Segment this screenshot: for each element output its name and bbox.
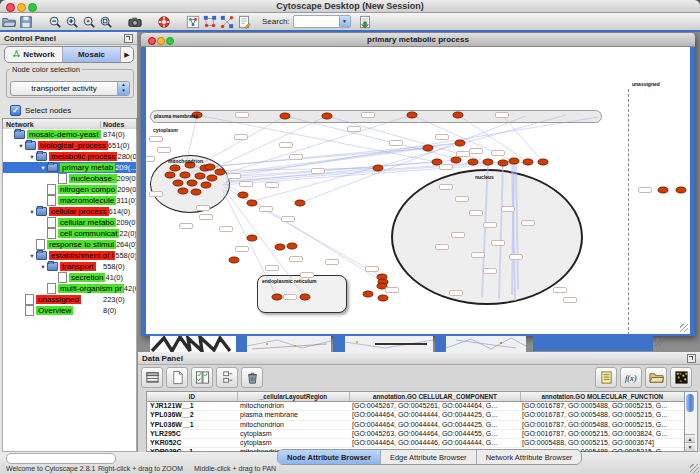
tab-network[interactable]: Network [5, 47, 63, 62]
search-dropdown-icon[interactable]: ▼ [339, 16, 350, 27]
graph-node[interactable] [275, 244, 286, 251]
graph-node[interactable] [455, 140, 466, 147]
graph-node[interactable] [238, 192, 249, 199]
tree-row[interactable]: ▼metabolic process280(0) [3, 151, 136, 162]
network-view-window[interactable]: primary metabolic process plasma membran… [141, 33, 695, 336]
graph-node[interactable] [272, 294, 283, 301]
zoom-selected-icon[interactable] [80, 14, 97, 29]
unselect-attributes-icon[interactable] [216, 367, 238, 388]
column-header[interactable]: annotation.GO MOLECULAR_FUNCTION [521, 392, 685, 401]
save-session-icon[interactable] [17, 14, 34, 29]
import-network-icon[interactable] [357, 14, 374, 29]
tree-row[interactable]: ▼establishment of l558(0) [3, 250, 136, 261]
tree-row[interactable]: ▼transport558(0) [3, 261, 136, 272]
graph-node[interactable] [363, 291, 374, 298]
zoom-in-icon[interactable] [63, 14, 80, 29]
background-window-thumbnail[interactable] [150, 336, 236, 352]
graph-node[interactable] [195, 173, 206, 180]
graph-node[interactable] [215, 169, 226, 176]
delete-attribute-icon[interactable] [241, 367, 263, 388]
node-color-select[interactable]: transporter activity ▲▼ [10, 81, 130, 96]
select-attributes-icon[interactable] [191, 367, 213, 388]
network-overview-icon[interactable] [184, 14, 201, 29]
new-attribute-icon[interactable] [166, 367, 188, 388]
tab-mosaic[interactable]: Mosaic [63, 47, 120, 62]
tree-expand-icon[interactable]: ▼ [39, 264, 47, 270]
background-window-strip[interactable] [247, 336, 331, 352]
float-panel-icon[interactable] [687, 354, 696, 363]
select-nodes-checkbox[interactable]: ✓ [10, 105, 21, 116]
tree-expand-icon[interactable]: ▼ [28, 154, 36, 160]
tree-row[interactable]: Overview8(0) [3, 305, 136, 316]
table-row[interactable]: YPL036W__1mitochondrion[GO:0044464, GO:0… [147, 421, 685, 430]
graph-node[interactable] [295, 200, 306, 207]
tab-network-attribute-browser[interactable]: Network Attribute Browser [477, 450, 582, 464]
tree-row[interactable]: mosaic-demo-yeast874(0) [3, 129, 136, 140]
tree-row[interactable]: multi-organism pr42(0) [3, 283, 136, 294]
column-header[interactable]: _cellularLayoutRegion [238, 392, 351, 401]
graph-node[interactable] [322, 113, 333, 120]
graph-node[interactable] [373, 165, 384, 172]
open-file-icon[interactable] [0, 14, 17, 29]
combo-stepper-icon[interactable]: ▲▼ [117, 82, 129, 95]
search-input[interactable]: ▼ [293, 15, 351, 28]
graph-node[interactable] [178, 188, 189, 195]
annotation-icon[interactable] [235, 14, 252, 29]
app-resize-grip[interactable] [690, 464, 699, 473]
function-builder-icon[interactable]: f(x) [620, 367, 642, 388]
graph-node[interactable] [205, 164, 216, 171]
graph-node[interactable] [173, 180, 184, 187]
window-resize-grip[interactable] [680, 324, 688, 332]
zoom-out-icon[interactable] [46, 14, 63, 29]
attribute-table-header[interactable]: ID_cellularLayoutRegionannotation.GO CEL… [147, 392, 685, 402]
network-window-titlebar[interactable]: primary metabolic process [141, 33, 695, 47]
matrix-icon[interactable] [670, 367, 692, 388]
tree-row[interactable]: unassigned223(0) [3, 294, 136, 305]
table-row[interactable]: YJR121W__1mitochondrion[GO:0045267, GO:0… [147, 402, 685, 411]
table-row[interactable]: YKR052Ccytoplasm[GO:0044464, GO:0044446,… [147, 439, 685, 448]
tree-row[interactable]: secretion41(0) [3, 272, 136, 283]
tree-row[interactable]: response to stimul264(0) [3, 239, 136, 250]
graph-node[interactable] [483, 159, 494, 166]
background-window-strip[interactable] [446, 336, 526, 352]
graph-node[interactable] [658, 187, 669, 194]
float-panel-icon[interactable] [124, 34, 133, 43]
graph-node[interactable] [180, 172, 191, 179]
tree-column-network[interactable]: Network [3, 121, 101, 128]
tree-row[interactable]: nucleobase-209(0) [3, 173, 136, 184]
scrollbar-thumb[interactable] [686, 394, 694, 412]
tree-row[interactable]: ▼primary metab209(... [3, 162, 136, 173]
graph-node[interactable] [538, 159, 549, 166]
tab-node-attribute-browser[interactable]: Node Attribute Browser [278, 450, 381, 464]
graph-node[interactable] [468, 159, 479, 166]
tree-expand-icon[interactable]: ▼ [17, 143, 25, 149]
column-header[interactable]: ID [147, 392, 238, 401]
tree-expand-icon[interactable]: ▼ [39, 165, 47, 171]
network-canvas[interactable]: plasma membranecytoplasmmitochondrionnuc… [146, 47, 690, 334]
graph-node[interactable] [676, 187, 687, 194]
tree-expand-icon[interactable]: ▼ [28, 209, 36, 215]
table-row[interactable]: YPL036W__2plasma membrane[GO:0044464, GO… [147, 411, 685, 420]
tree-row[interactable]: nitrogen compo209(0) [3, 184, 136, 195]
graph-node[interactable] [247, 200, 258, 207]
graph-node[interactable] [247, 235, 258, 242]
mac-titlebar[interactable]: Cytoscape Desktop (New Session) [0, 0, 700, 13]
tree-row[interactable]: ▼biological_process651(0) [3, 140, 136, 151]
tree-row[interactable]: cell communicat22(0) [3, 228, 136, 239]
graph-node[interactable] [287, 243, 298, 250]
tree-row[interactable]: macromolecule311(0) [3, 195, 136, 206]
column-header[interactable]: annotation.GO CELLULAR_COMPONENT [350, 392, 520, 401]
graph-node[interactable] [165, 172, 176, 179]
graph-node[interactable] [280, 113, 291, 120]
edit-nodes-icon[interactable] [201, 14, 218, 29]
control-panel-header[interactable]: Control Panel [0, 32, 137, 45]
edit-edges-icon[interactable] [218, 14, 235, 29]
graph-node[interactable] [300, 294, 311, 301]
graph-node[interactable] [201, 182, 212, 189]
graph-node[interactable] [523, 159, 534, 166]
graph-node[interactable] [207, 175, 218, 182]
graph-node[interactable] [407, 112, 418, 119]
tree-row[interactable]: cellular metabo209(0) [3, 217, 136, 228]
attribute-table-icon[interactable] [141, 367, 163, 388]
graph-node[interactable] [378, 295, 389, 302]
